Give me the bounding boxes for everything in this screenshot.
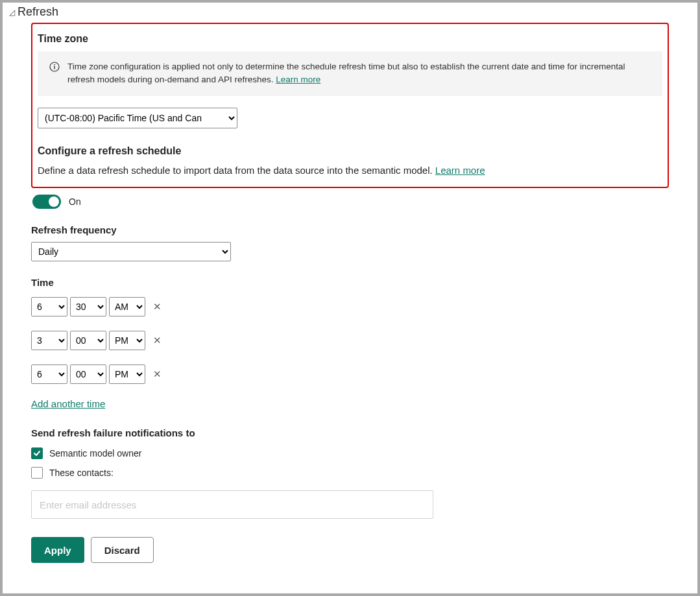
info-icon (49, 62, 60, 76)
schedule-learn-more-link[interactable]: Learn more (435, 165, 485, 176)
contacts-checkbox-row: These contacts: (31, 467, 669, 479)
time-period-select[interactable]: AM (109, 297, 145, 316)
button-row: Apply Discard (31, 537, 669, 563)
timezone-learn-more-link[interactable]: Learn more (276, 75, 320, 84)
remove-time-icon[interactable]: ✕ (151, 367, 164, 381)
add-time-link[interactable]: Add another time (31, 398, 105, 409)
apply-button[interactable]: Apply (31, 537, 84, 563)
time-row-2: 6 00 PM ✕ (31, 364, 669, 384)
timezone-label: Time zone (38, 33, 662, 45)
section-header[interactable]: ◿ Refresh (3, 3, 697, 23)
time-period-select[interactable]: PM (109, 331, 145, 350)
content-area: Time zone Time zone configuration is app… (3, 23, 697, 576)
callout-highlight: Time zone Time zone configuration is app… (31, 23, 669, 188)
frequency-label: Refresh frequency (31, 224, 669, 235)
time-hour-select[interactable]: 6 (31, 364, 67, 384)
time-minute-select[interactable]: 30 (70, 297, 106, 316)
toggle-knob (49, 197, 59, 207)
schedule-toggle[interactable] (32, 195, 61, 209)
schedule-toggle-row: On (31, 195, 669, 209)
time-minute-select[interactable]: 00 (70, 331, 106, 350)
section-title: Refresh (18, 5, 58, 19)
refresh-settings-panel: ◿ Refresh Time zone Time zone configurat… (3, 3, 697, 593)
frequency-select[interactable]: Daily (31, 242, 231, 261)
notifications-label: Send refresh failure notifications to (31, 427, 669, 438)
contacts-checkbox[interactable] (31, 467, 43, 479)
time-row-0: 6 30 AM ✕ (31, 297, 669, 316)
schedule-heading: Configure a refresh schedule (38, 145, 662, 157)
timezone-info-banner: Time zone configuration is applied not o… (38, 51, 662, 96)
email-input[interactable] (31, 490, 433, 519)
remove-time-icon[interactable]: ✕ (151, 333, 164, 348)
time-hour-select[interactable]: 6 (31, 297, 67, 316)
timezone-info-text: Time zone configuration is applied not o… (67, 62, 625, 84)
toggle-label: On (69, 197, 81, 207)
remove-time-icon[interactable]: ✕ (151, 300, 164, 314)
time-row-1: 3 00 PM ✕ (31, 331, 669, 350)
owner-checkbox[interactable] (31, 447, 43, 459)
time-minute-select[interactable]: 00 (70, 364, 106, 384)
time-period-select[interactable]: PM (109, 364, 145, 384)
contacts-checkbox-label: These contacts: (49, 468, 114, 478)
svg-rect-2 (54, 66, 54, 69)
info-text-container: Time zone configuration is applied not o… (67, 60, 651, 87)
time-label: Time (31, 277, 669, 288)
time-hour-select[interactable]: 3 (31, 331, 67, 350)
owner-checkbox-row: Semantic model owner (31, 447, 669, 459)
collapse-icon: ◿ (9, 8, 15, 17)
svg-point-1 (54, 64, 55, 66)
schedule-description-row: Define a data refresh schedule to import… (38, 163, 662, 178)
timezone-select[interactable]: (UTC-08:00) Pacific Time (US and Can (38, 108, 237, 128)
schedule-description: Define a data refresh schedule to import… (38, 165, 435, 176)
discard-button[interactable]: Discard (91, 537, 154, 563)
owner-checkbox-label: Semantic model owner (49, 448, 141, 459)
